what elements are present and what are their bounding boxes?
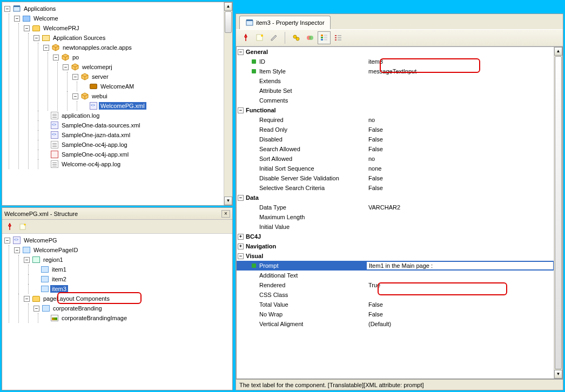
scroll-down-button[interactable]: ▼	[554, 370, 562, 379]
expand-toggle[interactable]: −	[14, 16, 20, 22]
tree-item[interactable]: corporateBrandingImage	[43, 313, 231, 323]
property-category[interactable]: +BC4J	[237, 232, 554, 241]
expand-toggle[interactable]: −	[72, 93, 78, 99]
tree-item[interactable]: −region1	[24, 255, 231, 265]
expand-toggle[interactable]: −	[33, 35, 39, 41]
tree-item[interactable]: SampleOne-oc4j-app.xml	[43, 150, 231, 159]
expand-toggle[interactable]: −	[63, 64, 69, 70]
inspector-tab[interactable]: item3 - Property Inspector	[239, 16, 331, 29]
expand-toggle[interactable]: −	[43, 45, 49, 51]
property-value[interactable]: messageTextInput	[366, 68, 554, 75]
find-icon[interactable]	[290, 31, 302, 44]
close-button[interactable]: ×	[221, 210, 230, 218]
tree-item[interactable]: −WelcomePG	[4, 235, 231, 245]
tree-item[interactable]: Welcome-oc4j-app.log	[43, 159, 231, 169]
property-row[interactable]: Selective Search CriteriaFalse	[237, 183, 554, 193]
property-value[interactable]: False	[366, 126, 554, 133]
expand-toggle[interactable]: −	[24, 296, 30, 302]
property-row[interactable]: Initial Value	[237, 222, 554, 232]
property-row[interactable]: Comments	[237, 96, 554, 105]
property-row[interactable]: Data TypeVARCHAR2	[237, 202, 554, 212]
categorize-icon[interactable]	[318, 31, 331, 44]
tree-item[interactable]: item2	[33, 274, 231, 284]
expand-toggle[interactable]: −	[14, 247, 20, 253]
property-row[interactable]: Disable Server Side ValidationFalse	[237, 173, 554, 183]
property-row[interactable]: Read OnlyFalse	[237, 125, 554, 134]
tree-item[interactable]: item3	[33, 284, 231, 294]
tree-item[interactable]: −server	[72, 72, 231, 82]
expand-toggle[interactable]: −	[72, 74, 78, 80]
property-row[interactable]: CSS Class	[237, 290, 554, 300]
tree-item[interactable]: −Application Sources	[33, 33, 231, 43]
scrollbar-vertical[interactable]: ▲ ▼	[554, 47, 562, 379]
expand-toggle[interactable]: −	[24, 25, 30, 31]
property-category[interactable]: −Data	[237, 193, 554, 202]
tree-item[interactable]: −newtonapples.oracle.apps	[43, 43, 231, 52]
expand-toggle[interactable]: −	[4, 238, 10, 244]
property-value[interactable]: False	[366, 146, 554, 152]
expand-toggle[interactable]: −	[53, 55, 59, 60]
property-row[interactable]: Additional Text	[237, 271, 554, 280]
expand-toggle[interactable]: −	[238, 107, 244, 113]
property-row[interactable]: Maximum Length	[237, 212, 554, 222]
property-category[interactable]: −Functional	[237, 105, 554, 115]
tree-item[interactable]: −welcomeprj	[63, 62, 231, 72]
pencil-icon[interactable]	[267, 31, 280, 44]
expand-toggle[interactable]: −	[33, 306, 39, 312]
tree-item[interactable]: SampleOne-data-sources.xml	[43, 120, 231, 130]
property-row[interactable]: RenderedTrue	[237, 280, 554, 290]
new-icon[interactable]	[17, 221, 28, 232]
pin-icon[interactable]	[4, 221, 15, 232]
tree-item[interactable]: SampleOne-oc4j-app.log	[43, 140, 231, 150]
tree-item[interactable]: −po	[53, 52, 231, 62]
pin-icon[interactable]	[239, 31, 252, 44]
property-value[interactable]: VARCHAR2	[366, 204, 554, 211]
property-category[interactable]: −Visual	[237, 251, 554, 261]
scroll-thumb[interactable]	[555, 56, 562, 369]
property-category[interactable]: +Navigation	[237, 241, 554, 251]
scroll-down-button[interactable]: ▼	[224, 197, 232, 205]
property-value[interactable]: (Default)	[366, 321, 554, 327]
property-row[interactable]: Total ValueFalse	[237, 300, 554, 309]
property-value[interactable]: False	[366, 301, 554, 308]
edit-icon[interactable]	[253, 31, 266, 44]
property-row[interactable]: Search AllowedFalse	[237, 144, 554, 154]
property-row[interactable]: PromptItem1 in the Main page :	[237, 261, 554, 271]
tree-item[interactable]: application.log	[43, 111, 231, 120]
union-icon[interactable]	[304, 31, 317, 44]
expand-toggle[interactable]: −	[238, 253, 244, 259]
property-row[interactable]: IDitem3	[237, 57, 554, 66]
tree-item[interactable]: −webui	[72, 91, 231, 101]
tree-item[interactable]: WelcomeAM	[82, 82, 231, 91]
expand-toggle[interactable]: −	[4, 6, 10, 12]
list-icon[interactable]	[332, 31, 345, 44]
property-value[interactable]: False	[366, 175, 554, 181]
property-row[interactable]: Vertical Aligment(Default)	[237, 319, 554, 329]
tree-item[interactable]: −pageLayout Components	[24, 294, 231, 303]
tree-item[interactable]: SampleOne-jazn-data.xml	[43, 130, 231, 140]
property-row[interactable]: Item StylemessageTextInput	[237, 66, 554, 76]
tree-item[interactable]: item1	[33, 265, 231, 274]
tree-item[interactable]: −Welcome	[14, 13, 231, 23]
property-value[interactable]: True	[366, 282, 554, 288]
property-row[interactable]: Requiredno	[237, 115, 554, 125]
tree-item[interactable]: −WelcomePRJ	[24, 23, 231, 33]
scrollbar-vertical[interactable]: ▲ ▼	[224, 2, 232, 205]
property-category[interactable]: −General	[237, 47, 554, 57]
tree-item[interactable]: WelcomePG.xml	[82, 101, 231, 111]
property-value[interactable]: no	[366, 156, 554, 162]
scroll-thumb[interactable]	[225, 11, 232, 33]
property-value[interactable]: none	[366, 165, 554, 172]
expand-toggle[interactable]: −	[238, 49, 244, 55]
property-value[interactable]: Item1 in the Main page :	[366, 261, 554, 270]
scroll-up-button[interactable]: ▲	[554, 47, 562, 56]
property-row[interactable]: Attribute Set	[237, 86, 554, 96]
property-row[interactable]: DisabledFalse	[237, 134, 554, 144]
property-value[interactable]: item3	[366, 58, 554, 65]
expand-toggle[interactable]: +	[238, 244, 244, 249]
tree-item[interactable]: −WelcomePageID	[14, 245, 231, 255]
property-row[interactable]: Extends	[237, 76, 554, 86]
expand-toggle[interactable]: +	[238, 234, 244, 240]
expand-toggle[interactable]: −	[24, 257, 30, 263]
property-row[interactable]: Sort Allowedno	[237, 154, 554, 164]
